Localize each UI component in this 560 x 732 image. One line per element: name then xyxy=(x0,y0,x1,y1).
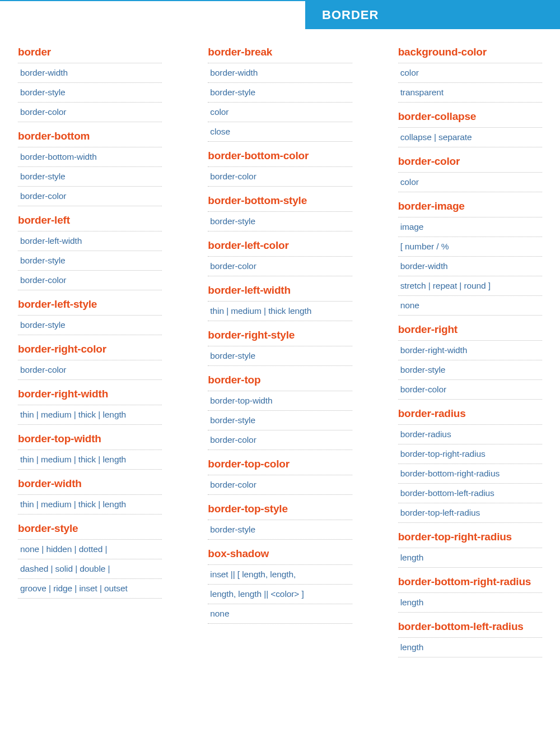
property-title: border-radius xyxy=(398,400,542,425)
property-title: border-bottom xyxy=(18,122,162,147)
property-value: border-color xyxy=(208,167,352,187)
property-group: border-top-styleborder-style xyxy=(208,495,352,540)
property-value: border-top-left-radius xyxy=(398,503,542,523)
property-value: border-color xyxy=(208,430,352,450)
property-value: thin | medium | thick | length xyxy=(18,405,162,425)
property-value: border-style xyxy=(208,212,352,231)
property-value: border-style xyxy=(18,316,162,335)
property-value: border-style xyxy=(208,83,352,103)
property-group: border-breakborder-widthborder-stylecolo… xyxy=(208,46,352,142)
property-group: border-right-colorborder-color xyxy=(18,335,162,380)
property-group: border-top-widththin | medium | thick | … xyxy=(18,425,162,470)
property-value: inset || [ length, length, xyxy=(208,565,352,585)
property-group: border-right-widththin | medium | thick … xyxy=(18,380,162,425)
property-group: border-left-widththin | medium | thick l… xyxy=(208,276,352,321)
property-title: border-color xyxy=(398,147,542,173)
property-value: image xyxy=(398,217,542,237)
property-value: border-top-width xyxy=(208,391,352,411)
property-title: border-left xyxy=(18,206,162,231)
property-group: border-top-colorborder-color xyxy=(208,450,352,495)
property-value: thin | medium | thick | length xyxy=(18,495,162,515)
property-group: border-left-styleborder-style xyxy=(18,290,162,335)
property-title: border-top-right-radius xyxy=(398,523,542,548)
content-area: borderborder-widthborder-styleborder-col… xyxy=(0,29,560,680)
property-title: border-bottom-color xyxy=(208,142,352,167)
property-value: length, length || <color> ] xyxy=(208,585,352,604)
property-group: border-bottom-styleborder-style xyxy=(208,187,352,231)
property-group: border-bottomborder-bottom-widthborder-s… xyxy=(18,122,162,206)
property-title: border-bottom-right-radius xyxy=(398,568,542,593)
property-title: border-top-style xyxy=(208,495,352,520)
property-group: border-left-colorborder-color xyxy=(208,231,352,276)
property-value: border-style xyxy=(208,346,352,366)
property-value: thin | medium | thick | length xyxy=(18,450,162,470)
property-title: border-right-color xyxy=(18,335,162,360)
property-group: border-right-styleborder-style xyxy=(208,321,352,366)
property-value: border-style xyxy=(18,251,162,271)
property-value: border-bottom-width xyxy=(18,147,162,167)
property-title: border-bottom-left-radius xyxy=(398,613,542,638)
property-group: box-shadowinset || [ length, length,leng… xyxy=(208,540,352,624)
property-group: border-bottom-right-radiuslength xyxy=(398,568,542,613)
property-value: border-bottom-left-radius xyxy=(398,484,542,503)
property-value: border-width xyxy=(398,257,542,276)
property-value: border-style xyxy=(208,411,352,430)
property-value: length xyxy=(398,638,542,657)
property-value: length xyxy=(398,548,542,568)
property-group: border-imageimage[ number / %border-widt… xyxy=(398,192,542,316)
property-value: border-left-width xyxy=(18,231,162,251)
property-value: border-width xyxy=(208,63,352,83)
property-value: none xyxy=(398,296,542,316)
property-value: border-color xyxy=(18,271,162,290)
property-value: close xyxy=(208,122,352,142)
property-value: border-width xyxy=(18,63,162,83)
property-value: collapse | separate xyxy=(398,128,542,147)
property-value: length xyxy=(398,593,542,613)
property-title: background-color xyxy=(398,46,542,63)
property-title: border xyxy=(18,46,162,63)
property-group: border-collapsecollapse | separate xyxy=(398,103,542,147)
property-value: stretch | repeat | round ] xyxy=(398,276,542,296)
property-group: border-topborder-top-widthborder-stylebo… xyxy=(208,366,352,450)
property-title: border-bottom-style xyxy=(208,187,352,212)
property-value: none | hidden | dotted | xyxy=(18,540,162,559)
property-value: border-color xyxy=(18,187,162,206)
property-group: border-radiusborder-radiusborder-top-rig… xyxy=(398,400,542,523)
column-2: border-breakborder-widthborder-stylecolo… xyxy=(208,46,352,657)
property-value: color xyxy=(208,103,352,122)
property-title: border-right xyxy=(398,316,542,341)
property-group: border-rightborder-right-widthborder-sty… xyxy=(398,316,542,400)
property-value: color xyxy=(398,63,542,83)
property-value: color xyxy=(398,173,542,192)
column-3: background-colorcolortransparentborder-c… xyxy=(398,46,542,657)
property-group: background-colorcolortransparent xyxy=(398,46,542,103)
property-group: border-widththin | medium | thick | leng… xyxy=(18,470,162,515)
property-value: groove | ridge | inset | outset xyxy=(18,579,162,599)
property-title: border-collapse xyxy=(398,103,542,128)
property-title: border-left-color xyxy=(208,231,352,257)
property-value: [ number / % xyxy=(398,237,542,257)
property-group: border-leftborder-left-widthborder-style… xyxy=(18,206,162,290)
property-title: box-shadow xyxy=(208,540,352,565)
property-title: border-left-width xyxy=(208,276,352,302)
property-value: border-color xyxy=(18,103,162,122)
property-title: border-style xyxy=(18,515,162,540)
header-bar: BORDER xyxy=(0,0,560,29)
property-group: border-top-right-radiuslength xyxy=(398,523,542,568)
property-value: border-radius xyxy=(398,425,542,444)
property-title: border-break xyxy=(208,46,352,63)
property-value: border-color xyxy=(18,360,162,380)
property-group: border-bottom-colorborder-color xyxy=(208,142,352,187)
property-value: border-style xyxy=(18,167,162,187)
property-value: border-color xyxy=(398,380,542,400)
property-title: border-right-style xyxy=(208,321,352,346)
property-value: border-style xyxy=(398,360,542,380)
property-title: border-top-color xyxy=(208,450,352,475)
property-value: transparent xyxy=(398,83,542,103)
property-title: border-right-width xyxy=(18,380,162,405)
property-value: border-color xyxy=(208,257,352,276)
property-title: border-top-width xyxy=(18,425,162,450)
property-value: border-bottom-right-radius xyxy=(398,464,542,484)
property-value: border-top-right-radius xyxy=(398,444,542,464)
property-group: border-colorcolor xyxy=(398,147,542,192)
